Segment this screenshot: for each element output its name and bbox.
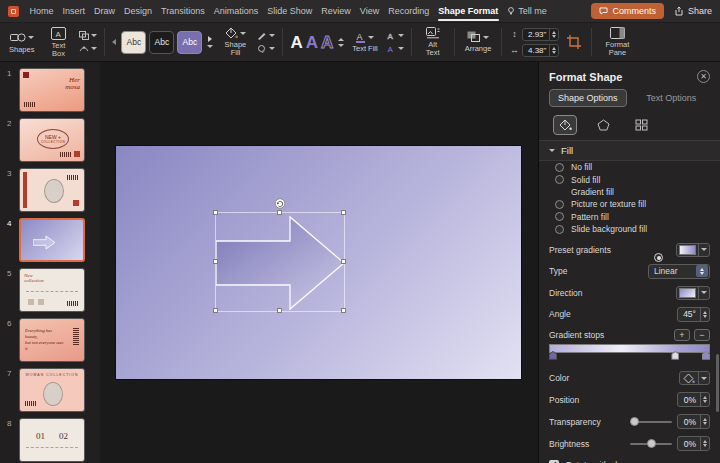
tab-transitions[interactable]: Transitions xyxy=(157,0,210,22)
resize-handle-top-left[interactable] xyxy=(213,210,218,215)
add-stop-button[interactable]: + xyxy=(674,329,690,341)
tab-slide-show[interactable]: Slide Show xyxy=(263,0,317,22)
effects-tab[interactable] xyxy=(591,115,615,135)
arrange-button[interactable]: Arrange xyxy=(462,30,495,54)
height-stepper[interactable] xyxy=(549,29,558,40)
fill-option-pattern[interactable]: Pattern fill xyxy=(539,211,720,223)
tab-review[interactable]: Review xyxy=(317,0,356,22)
shape-fill-button[interactable]: Shape Fill xyxy=(218,26,252,58)
position-stepper[interactable]: 0% xyxy=(677,392,710,407)
resize-handle-bottom-left[interactable] xyxy=(213,308,218,313)
tab-insert[interactable]: Insert xyxy=(58,0,90,22)
comments-button[interactable]: Comments xyxy=(591,3,664,19)
shape-style-preset-2[interactable]: Abc xyxy=(149,31,174,54)
fill-section-header[interactable]: Fill xyxy=(539,141,720,161)
fill-option-slide-background[interactable]: Slide background fill xyxy=(539,223,720,235)
tab-recording[interactable]: Recording xyxy=(384,0,434,22)
slide-thumbnail-6[interactable]: Everything has beauty,but not everyone s… xyxy=(19,318,85,362)
resize-handle-middle-left[interactable] xyxy=(213,259,218,264)
fill-option-picture-texture[interactable]: Picture or texture fill xyxy=(539,198,720,210)
wordart-down-icon[interactable] xyxy=(338,44,344,47)
panel-header: Format Shape ✕ xyxy=(539,62,720,88)
rotate-handle[interactable] xyxy=(275,198,286,209)
popup-arrows-icon xyxy=(696,265,708,277)
share-label: Share xyxy=(688,6,712,16)
slide-row-4: 4 xyxy=(0,215,100,265)
width-stepper[interactable] xyxy=(549,45,558,56)
slide-thumbnail-5[interactable]: Newcollection xyxy=(19,268,85,312)
shape-style-preset-3[interactable]: Abc xyxy=(177,31,202,54)
transparency-slider[interactable] xyxy=(630,421,672,423)
merge-shapes-button[interactable] xyxy=(79,31,97,40)
gallery-more-icon[interactable] xyxy=(207,45,213,48)
fill-line-tab[interactable] xyxy=(553,115,577,135)
slide-thumbnail-1[interactable]: Hermosa xyxy=(19,68,85,112)
shape-width-field[interactable]: 4.38" xyxy=(522,44,559,57)
wordart-preset-3[interactable]: A xyxy=(321,34,333,51)
text-box-button[interactable]: A Text Box xyxy=(42,26,74,59)
alt-text-button[interactable]: Alt Text xyxy=(419,26,447,58)
slider-knob[interactable] xyxy=(630,417,639,426)
slide-canvas[interactable] xyxy=(100,62,538,463)
shapes-button[interactable]: Shapes xyxy=(6,30,37,55)
resize-handle-bottom-center[interactable] xyxy=(277,308,282,313)
rotate-with-shape-row[interactable]: Rotate with shape xyxy=(539,455,720,463)
text-fill-label: Text Fill xyxy=(352,45,377,53)
right-arrow-shape[interactable] xyxy=(216,213,346,313)
slide-editing-surface[interactable] xyxy=(116,146,521,379)
tab-shape-format[interactable]: Shape Format xyxy=(434,0,503,22)
shape-height-field[interactable]: 2.93" xyxy=(522,28,559,41)
color-dropdown[interactable] xyxy=(679,371,710,385)
fill-option-gradient-fill[interactable]: Gradient fill xyxy=(539,186,720,198)
fill-option-no-fill[interactable]: No fill xyxy=(539,161,720,173)
thumb-decor xyxy=(23,172,27,208)
size-properties-tab[interactable] xyxy=(629,115,653,135)
share-button[interactable]: Share xyxy=(674,6,712,16)
slide-thumbnail-2[interactable]: NEW + COLLECTION xyxy=(19,118,85,162)
wordart-up-icon[interactable] xyxy=(338,38,344,41)
tab-animations[interactable]: Animations xyxy=(209,0,263,22)
close-icon[interactable]: ✕ xyxy=(697,70,710,83)
format-pane-button[interactable]: Format Pane xyxy=(599,26,635,58)
text-effects-button[interactable]: A xyxy=(386,44,404,53)
slide-thumbnail-3[interactable] xyxy=(19,168,85,212)
fill-option-solid-fill[interactable]: Solid fill xyxy=(539,173,720,185)
tab-tell-me[interactable]: Tell me xyxy=(503,0,552,22)
text-fill-button[interactable]: A Text Fill xyxy=(349,30,380,54)
tab-view[interactable]: View xyxy=(355,0,383,22)
resize-handle-bottom-right[interactable] xyxy=(341,308,346,313)
arrow-shape-selection[interactable] xyxy=(215,212,345,312)
shape-style-preset-1[interactable]: Abc xyxy=(121,31,146,54)
edit-points-button[interactable] xyxy=(79,44,97,53)
slide-thumbnail-7[interactable]: WOMAN COLLECTION xyxy=(19,368,85,412)
slider-knob[interactable] xyxy=(647,439,656,448)
tab-text-options[interactable]: Text Options xyxy=(633,89,711,107)
tab-draw[interactable]: Draw xyxy=(90,0,120,22)
direction-dropdown[interactable] xyxy=(676,286,710,300)
tab-design[interactable]: Design xyxy=(120,0,157,22)
slide-thumbnail-4-selected[interactable] xyxy=(19,218,85,262)
gallery-right-icon[interactable] xyxy=(208,36,212,42)
type-dropdown[interactable]: Linear xyxy=(648,264,710,279)
angle-stepper[interactable]: 45° xyxy=(677,307,710,322)
gradient-bar[interactable] xyxy=(549,344,710,353)
wordart-preset-2[interactable]: A xyxy=(306,34,318,51)
transparency-stepper[interactable]: 0% xyxy=(677,414,710,429)
text-outline-button[interactable]: A xyxy=(386,31,404,40)
tab-shape-options[interactable]: Shape Options xyxy=(549,89,627,107)
shape-outline-button[interactable] xyxy=(257,31,275,40)
shape-effects-button[interactable] xyxy=(257,44,275,53)
remove-stop-button[interactable]: − xyxy=(694,329,710,341)
slide-thumbnail-8[interactable]: 0102 xyxy=(19,418,85,462)
wordart-preset-1[interactable]: A xyxy=(290,34,302,51)
crop-button[interactable] xyxy=(564,34,584,50)
resize-handle-middle-right[interactable] xyxy=(341,259,346,264)
tab-home[interactable]: Home xyxy=(25,0,58,22)
resize-handle-top-right[interactable] xyxy=(341,210,346,215)
brightness-slider[interactable] xyxy=(630,443,672,445)
preset-gradients-dropdown[interactable] xyxy=(676,243,710,257)
gallery-left-icon[interactable] xyxy=(112,39,116,45)
resize-handle-top-center[interactable] xyxy=(277,210,282,215)
brightness-stepper[interactable]: 0% xyxy=(677,436,710,451)
panel-scrollbar[interactable] xyxy=(716,354,719,412)
